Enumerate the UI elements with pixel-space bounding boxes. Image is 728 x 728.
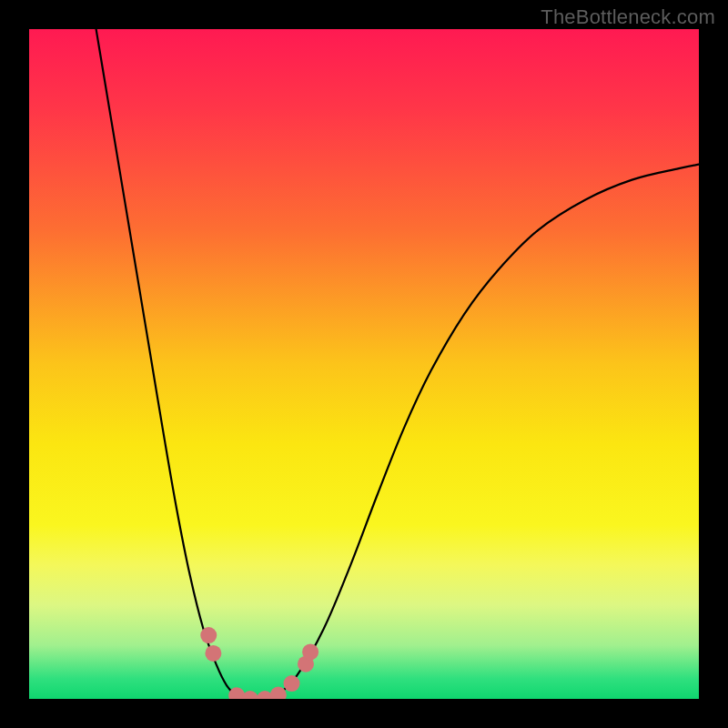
data-markers — [200, 627, 318, 699]
data-marker — [302, 643, 318, 660]
data-marker — [270, 687, 287, 699]
data-marker — [242, 691, 258, 699]
data-marker — [205, 645, 221, 662]
chart-frame: TheBottleneck.com — [0, 0, 728, 728]
curve-layer — [29, 29, 699, 699]
plot-area — [29, 29, 699, 699]
data-marker — [200, 627, 217, 643]
watermark-text: TheBottleneck.com — [541, 5, 715, 29]
data-marker — [284, 675, 300, 692]
bottleneck-curve — [96, 29, 699, 699]
